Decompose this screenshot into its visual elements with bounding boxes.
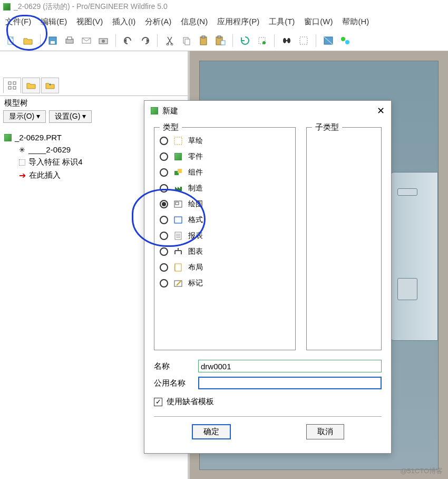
- svg-point-18: [262, 41, 266, 44]
- ok-button[interactable]: 确定: [192, 424, 231, 439]
- paste-button[interactable]: [197, 34, 210, 47]
- app-icon: [3, 3, 11, 11]
- radio-report[interactable]: [160, 232, 168, 240]
- tab-modeltree[interactable]: [3, 78, 21, 93]
- datum-button[interactable]: [338, 34, 352, 47]
- dialog-footer: 确定 取消: [154, 416, 382, 447]
- svg-text:*: *: [49, 83, 51, 89]
- tab-favorites[interactable]: *: [41, 78, 59, 93]
- highlight-button[interactable]: [255, 34, 269, 47]
- opt-sketch-label: 草绘: [188, 136, 203, 146]
- cut-button[interactable]: [163, 34, 177, 47]
- svg-rect-2: [51, 41, 55, 44]
- mail-button[interactable]: [80, 34, 93, 47]
- svg-rect-11: [185, 39, 190, 45]
- feature-icon: [19, 159, 25, 166]
- display-style-button[interactable]: [322, 34, 335, 47]
- dialog-titlebar: 新建 ✕: [144, 101, 391, 121]
- camera-button[interactable]: [96, 34, 110, 47]
- window-title: _2-0629 (活动的) - Pro/ENGINEER Wildfire 5.…: [14, 2, 168, 12]
- redo-button[interactable]: [138, 34, 152, 47]
- menu-view[interactable]: 视图(V): [76, 17, 103, 27]
- svg-point-7: [102, 40, 105, 43]
- common-name-row: 公用名称: [154, 375, 382, 391]
- opt-assembly[interactable]: 组件: [159, 165, 291, 180]
- paste-special-button[interactable]: [213, 34, 227, 47]
- radio-layout[interactable]: [160, 263, 168, 272]
- undo-button[interactable]: [121, 34, 135, 47]
- menu-analysis[interactable]: 分析(A): [145, 17, 171, 27]
- svg-point-25: [345, 40, 349, 44]
- tree-show-button[interactable]: 显示(O) ▾: [3, 110, 46, 123]
- select-button[interactable]: [297, 34, 310, 47]
- tab-folder[interactable]: [22, 78, 40, 93]
- opt-mfg[interactable]: 制造: [159, 180, 291, 196]
- svg-rect-29: [13, 87, 16, 89]
- common-name-input[interactable]: [198, 377, 382, 389]
- new-dialog: 新建 ✕ 类型 草绘 零件 组件: [144, 100, 392, 454]
- name-input[interactable]: [198, 360, 382, 372]
- radio-markup[interactable]: [160, 279, 168, 288]
- name-row: 名称: [154, 358, 382, 375]
- tree-node-insert-label: 在此插入: [29, 170, 61, 180]
- cancel-button[interactable]: 取消: [306, 424, 344, 439]
- radio-format[interactable]: [160, 216, 168, 224]
- tree-root-label: _2-0629.PRT: [15, 133, 62, 142]
- print-button[interactable]: [63, 34, 76, 47]
- copy-button[interactable]: [180, 34, 193, 47]
- menu-apps[interactable]: 应用程序(P): [217, 17, 259, 27]
- radio-assembly[interactable]: [160, 168, 168, 177]
- menu-bar: 文件(F) 编辑(E) 视图(V) 插入(I) 分析(A) 信息(N) 应用程序…: [0, 14, 448, 30]
- radio-sketch[interactable]: [160, 137, 168, 145]
- dialog-body: 类型 草绘 零件 组件: [144, 121, 391, 453]
- save-button[interactable]: [46, 34, 60, 47]
- menu-file[interactable]: 文件(F): [5, 17, 31, 27]
- opt-drawing[interactable]: 绘图: [159, 196, 291, 212]
- csys-icon: ✳: [19, 146, 25, 154]
- opt-layout[interactable]: 布局: [159, 260, 291, 275]
- tree-node-1-label: ____2-0629: [28, 145, 71, 154]
- menu-tools[interactable]: 工具(T): [269, 17, 295, 27]
- menu-insert[interactable]: 插入(I): [112, 17, 135, 27]
- part-opt-icon: [173, 152, 183, 161]
- menu-info[interactable]: 信息(N): [181, 17, 208, 27]
- opt-markup-label: 标记: [188, 279, 203, 288]
- diagram-icon: [173, 247, 183, 256]
- opt-diagram-label: 图表: [188, 247, 203, 256]
- opt-assembly-label: 组件: [188, 168, 203, 177]
- default-template-row[interactable]: ✓ 使用缺省模板: [154, 391, 382, 416]
- common-name-label: 公用名称: [154, 378, 192, 388]
- svg-rect-33: [178, 169, 182, 173]
- opt-sketch[interactable]: 草绘: [159, 133, 291, 149]
- svg-rect-27: [8, 87, 11, 89]
- opt-markup[interactable]: 标记: [159, 275, 291, 291]
- opt-format[interactable]: 格式: [159, 212, 291, 228]
- menu-help[interactable]: 帮助(H): [342, 17, 369, 27]
- radio-part[interactable]: [160, 152, 168, 161]
- tree-settings-button[interactable]: 设置(G) ▾: [49, 110, 92, 123]
- name-label: 名称: [154, 361, 192, 371]
- opt-diagram[interactable]: 图表: [159, 244, 291, 260]
- svg-rect-13: [202, 36, 205, 38]
- radio-drawing[interactable]: [160, 200, 168, 208]
- opt-part[interactable]: 零件: [159, 149, 291, 165]
- opt-report[interactable]: 报表: [159, 228, 291, 244]
- svg-rect-46: [175, 264, 181, 271]
- dialog-icon: [151, 107, 158, 114]
- open-button[interactable]: [21, 34, 35, 47]
- radio-diagram[interactable]: [160, 247, 168, 256]
- find-button[interactable]: [280, 34, 294, 47]
- default-template-checkbox[interactable]: ✓: [154, 398, 162, 406]
- close-icon[interactable]: ✕: [377, 105, 385, 117]
- menu-window[interactable]: 窗口(W): [304, 17, 333, 27]
- menu-edit[interactable]: 编辑(E): [41, 17, 67, 27]
- part-icon: [4, 134, 12, 141]
- type-legend: 类型: [160, 122, 182, 132]
- sketch-icon: [173, 136, 183, 146]
- radio-mfg[interactable]: [160, 184, 168, 193]
- regen-button[interactable]: [238, 34, 252, 47]
- new-button[interactable]: [4, 34, 18, 47]
- type-fieldset: 类型 草绘 零件 组件: [154, 127, 296, 350]
- dialog-title: 新建: [162, 106, 178, 116]
- svg-rect-28: [13, 82, 16, 84]
